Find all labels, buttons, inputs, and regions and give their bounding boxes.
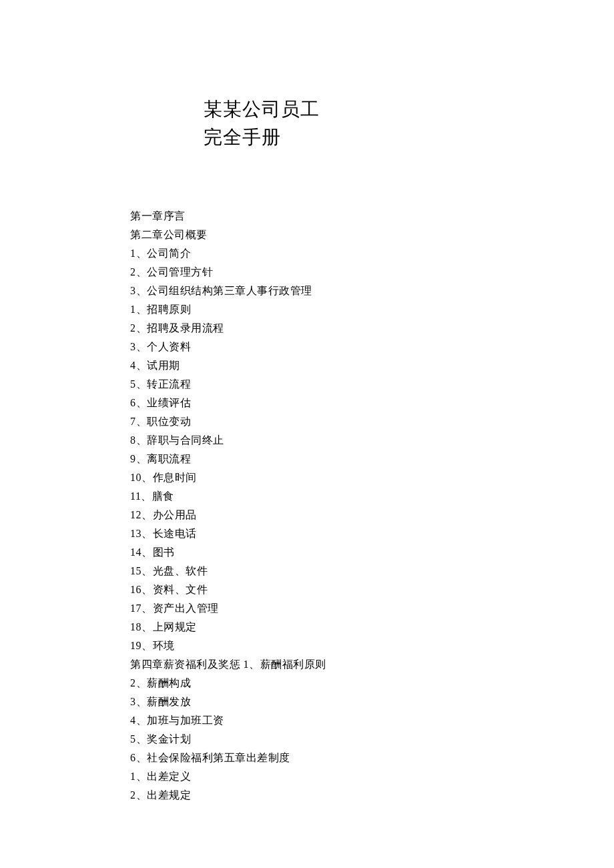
toc-item: 2、招聘及录用流程	[130, 319, 547, 338]
toc-item: 3、个人资料	[130, 338, 547, 356]
toc-item: 17、资产出入管理	[130, 599, 547, 618]
toc-item: 9、离职流程	[130, 450, 547, 468]
toc-item: 第四章薪资福利及奖惩 1、薪酬福利原则	[130, 655, 547, 674]
toc-item: 10、作息时间	[130, 468, 547, 487]
toc-item: 6、社会保险福利第五章出差制度	[130, 749, 547, 767]
toc-item: 4、试用期	[130, 356, 547, 375]
toc-item: 4、加班与加班工资	[130, 711, 547, 730]
toc-item: 15、光盘、软件	[130, 562, 547, 580]
toc-item: 1、公司简介	[130, 244, 547, 263]
toc-item: 1、出差定义	[130, 767, 547, 786]
toc-item: 19、环境	[130, 636, 547, 655]
toc-item: 7、职位变动	[130, 412, 547, 431]
toc-item: 18、上网规定	[130, 618, 547, 636]
toc-item: 5、奖金计划	[130, 730, 547, 749]
toc-item: 6、业绩评估	[130, 394, 547, 412]
toc-item: 2、薪酬构成	[130, 674, 547, 693]
toc-item: 1、招聘原则	[130, 300, 547, 319]
toc-item: 3、薪酬发放	[130, 693, 547, 711]
toc-item: 16、资料、文件	[130, 580, 547, 599]
document-page: 某某公司员工 完全手册 第一章序言 第二章公司概要 1、公司简介 2、公司管理方…	[0, 0, 614, 805]
toc-item: 12、办公用品	[130, 506, 547, 524]
toc-item: 13、长途电话	[130, 524, 547, 543]
toc-item: 14、图书	[130, 543, 547, 562]
toc-item: 11、膳食	[130, 487, 547, 506]
document-title: 某某公司员工 完全手册	[204, 97, 547, 150]
toc-item: 5、转正流程	[130, 375, 547, 394]
toc-item: 第二章公司概要	[130, 226, 547, 244]
toc-item: 第一章序言	[130, 207, 547, 226]
toc-item: 8、辞职与合同终止	[130, 431, 547, 450]
toc-item: 2、公司管理方针	[130, 263, 547, 282]
toc-item: 3、公司组织结构第三章人事行政管理	[130, 282, 547, 300]
table-of-contents: 第一章序言 第二章公司概要 1、公司简介 2、公司管理方针 3、公司组织结构第三…	[130, 207, 547, 805]
title-line-1: 某某公司员工	[204, 97, 547, 122]
title-line-2: 完全手册	[204, 125, 547, 150]
toc-item: 2、出差规定	[130, 786, 547, 805]
